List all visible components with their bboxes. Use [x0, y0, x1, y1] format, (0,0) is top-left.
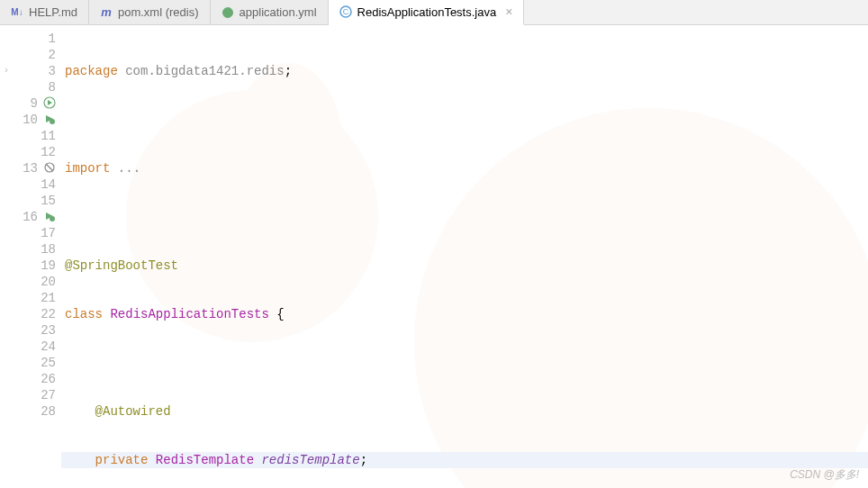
- line-number: 14: [34, 176, 56, 193]
- tab-application-yml[interactable]: application.yml: [211, 0, 329, 24]
- svg-point-6: [50, 119, 55, 124]
- gutter: 1 2 ›3 8 9 10 11 12 13 14 15 16 17 18 19…: [0, 25, 61, 488]
- line-number: 24: [34, 339, 56, 355]
- tab-pom-xml[interactable]: m pom.xml (redis): [89, 0, 211, 24]
- line-number: 3: [34, 63, 56, 79]
- tab-label: pom.xml (redis): [118, 5, 199, 19]
- line-number: 28: [34, 403, 56, 420]
- run-class-icon[interactable]: [41, 113, 56, 127]
- line-number: 10: [16, 112, 38, 128]
- code-line: [61, 209, 868, 225]
- line-number: 20: [34, 274, 56, 290]
- maven-icon: m: [100, 6, 113, 19]
- line-number: 13: [16, 160, 38, 176]
- code-line: @SpringBootTest: [61, 258, 868, 274]
- line-number: 15: [34, 193, 56, 209]
- run-test-icon[interactable]: [41, 210, 56, 224]
- line-number: 21: [34, 290, 56, 306]
- svg-point-9: [50, 216, 55, 221]
- line-number: 18: [34, 241, 56, 258]
- watermark: CSDN @多多!: [790, 467, 859, 483]
- code-line: @Autowired: [61, 403, 868, 420]
- code-area[interactable]: package com.bigdata1421.redis; import ..…: [61, 25, 868, 488]
- code-line: [61, 355, 868, 371]
- line-number: 22: [34, 306, 56, 322]
- code-line-current: private RedisTemplate redisTemplate;: [61, 452, 868, 468]
- code-line: class RedisApplicationTests {: [61, 306, 868, 322]
- markdown-icon: M↓: [11, 6, 23, 19]
- tab-bar: M↓ HELP.md m pom.xml (redis) application…: [0, 0, 868, 25]
- line-number: 17: [34, 225, 56, 241]
- line-number: 12: [34, 144, 56, 160]
- line-number: 8: [34, 79, 56, 95]
- close-icon[interactable]: ×: [505, 5, 512, 19]
- svg-line-8: [46, 164, 53, 171]
- spring-leaf-icon: [222, 6, 234, 19]
- run-icon[interactable]: [41, 96, 56, 111]
- tab-help-md[interactable]: M↓ HELP.md: [0, 0, 89, 24]
- code-editor[interactable]: 1 2 ›3 8 9 10 11 12 13 14 15 16 17 18 19…: [0, 25, 868, 488]
- fold-icon[interactable]: ›: [4, 63, 9, 79]
- line-number: 19: [34, 258, 56, 274]
- tab-label: HELP.md: [29, 5, 77, 19]
- line-number: 2: [34, 47, 56, 63]
- line-number: 11: [34, 128, 56, 144]
- tab-label: application.yml: [240, 5, 317, 19]
- line-number: 25: [34, 355, 56, 371]
- code-line: [61, 112, 868, 128]
- line-number: 16: [16, 209, 38, 225]
- line-number: 9: [16, 95, 38, 112]
- line-number: 26: [34, 371, 56, 387]
- tab-label: RedisApplicationTests.java: [357, 5, 497, 19]
- line-number: 1: [34, 31, 56, 47]
- line-number: 27: [34, 387, 56, 403]
- tab-redis-tests[interactable]: C RedisApplicationTests.java ×: [329, 0, 525, 25]
- bean-icon[interactable]: [41, 161, 56, 176]
- svg-text:C: C: [342, 7, 348, 16]
- java-class-icon: C: [339, 5, 352, 18]
- line-number: 23: [34, 322, 56, 339]
- code-line: import ...: [61, 160, 868, 176]
- code-line: package com.bigdata1421.redis;: [61, 63, 868, 79]
